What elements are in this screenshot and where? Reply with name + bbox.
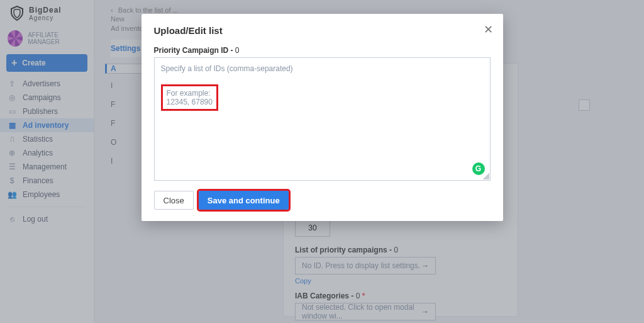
id-list-textarea[interactable]: Specify a list of IDs (comma-separated) … bbox=[154, 57, 491, 181]
modal-field-label: Priority Campaign ID - 0 bbox=[154, 46, 491, 55]
modal-overlay: ✕ Upload/Edit list Priority Campaign ID … bbox=[0, 0, 644, 323]
modal-title: Upload/Edit list bbox=[154, 25, 491, 36]
save-continue-button[interactable]: Save and continue bbox=[199, 191, 289, 210]
textarea-example-line2: 12345, 67890 bbox=[167, 98, 213, 106]
close-icon[interactable]: ✕ bbox=[484, 24, 493, 35]
textarea-example-line1: For example: bbox=[167, 89, 213, 98]
upload-edit-modal: ✕ Upload/Edit list Priority Campaign ID … bbox=[142, 14, 503, 221]
textarea-placeholder: Specify a list of IDs (comma-separated) bbox=[161, 64, 484, 73]
modal-actions: Close Save and continue bbox=[154, 191, 491, 210]
close-button[interactable]: Close bbox=[154, 191, 194, 210]
resize-handle-icon[interactable] bbox=[483, 173, 489, 179]
textarea-example: For example: 12345, 67890 bbox=[161, 84, 218, 111]
